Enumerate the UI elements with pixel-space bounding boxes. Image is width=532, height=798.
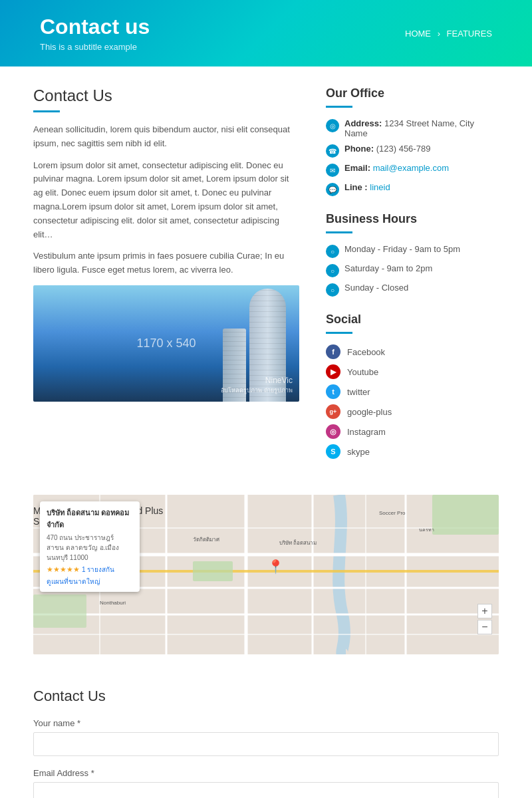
instagram-label: Instagram	[347, 427, 386, 437]
hours-sat: ○ Saturday - 9am to 2pm	[326, 263, 499, 277]
business-hours-section: Business Hours ○ Monday - Friday - 9am t…	[326, 212, 499, 297]
line-link[interactable]: lineid	[370, 182, 390, 192]
contact-form-section: Contact Us Your name * Email Address * S…	[0, 674, 532, 798]
twitter-label: twitter	[347, 387, 370, 397]
hours-sun: ○ Sunday - Closed	[326, 283, 499, 297]
social-youtube[interactable]: ▶ Youtube	[326, 364, 499, 379]
svg-text:Nonthaburi: Nonthaburi	[100, 600, 126, 606]
our-office-section: Our Office ◎ Address: 1234 Street Name, …	[326, 86, 499, 196]
email-field-group: Email Address *	[33, 768, 499, 798]
header-title: Contact us	[40, 15, 150, 39]
map-stars: ★★★★★	[47, 565, 80, 573]
email-input[interactable]	[33, 782, 499, 798]
address-item: ◎ Address: 1234 Street Name, City Name	[326, 118, 499, 138]
header-title-bold: us	[125, 15, 150, 39]
left-title-divider	[33, 110, 60, 112]
social-skype[interactable]: S skype	[326, 444, 499, 459]
twitter-icon: t	[326, 384, 340, 399]
map-reviews[interactable]: 1 รายงสกัน	[82, 566, 114, 573]
svg-text:นครทา: นครทา	[419, 527, 434, 532]
hours-sat-icon: ○	[326, 264, 339, 277]
phone-value: (123) 456-789	[376, 144, 431, 154]
svg-rect-13	[432, 495, 499, 535]
facebook-icon: f	[326, 344, 340, 359]
googleplus-label: google-plus	[347, 407, 392, 417]
left-section-title: Contact Us	[33, 86, 299, 105]
phone-label: Phone:	[344, 144, 374, 154]
email-label: Email:	[344, 163, 370, 173]
header: Contact us This is a subtitle example HO…	[0, 0, 532, 66]
social-facebook[interactable]: f Facebook	[326, 344, 499, 359]
map-zoom-in[interactable]: +	[477, 604, 492, 618]
email-item: ✉ Email: mail@example.com	[326, 163, 499, 177]
line-item: 💬 Line : lineid	[326, 182, 499, 196]
phone-icon: ☎	[326, 144, 339, 158]
form-title: Contact Us	[33, 688, 499, 705]
svg-text:วัดกิตติมาศ: วัดกิตติมาศ	[193, 537, 219, 543]
social-title: Social	[326, 313, 499, 327]
intro-text-1: Aenean sollicitudin, lorem quis bibendum…	[33, 123, 299, 151]
header-nav: HOME › FEATURES	[405, 29, 492, 39]
name-field-group: Your name *	[33, 718, 499, 756]
building-image: 1170 x 540 NineVicอัปโหลดรูปภาพ ถ่ายรูปภ…	[33, 285, 299, 402]
map-section: เมืองนนทบุรี วัดกิตติมาศ บริษัท ถ็อดสนาม…	[33, 495, 499, 654]
header-subtitle: This is a subtitle example	[40, 42, 150, 52]
intro-text-2: Lorem ipsum dolor sit amet, consectetur …	[33, 159, 299, 242]
map-container[interactable]: เมืองนนทบุรี วัดกิตติมาศ บริษัท ถ็อดสนาม…	[33, 495, 499, 654]
googleplus-icon: g+	[326, 404, 340, 419]
nav-home-link[interactable]: HOME	[405, 29, 431, 39]
hours-sun-icon: ○	[326, 283, 339, 297]
instagram-icon: ◎	[326, 424, 340, 439]
our-office-title: Our Office	[326, 86, 499, 100]
address-label: Address:	[344, 118, 382, 128]
hours-sun-text: Sunday - Closed	[344, 283, 408, 293]
map-view-more-link[interactable]: ดูแผนที่ขนาดใหญ่	[47, 577, 133, 587]
skype-icon: S	[326, 444, 340, 459]
nav-separator: ›	[438, 29, 440, 39]
map-pin: 📍	[267, 559, 284, 575]
map-biz-name: บริษัท ถ็อดสนาม ดอทคอม จำกัด	[47, 507, 133, 531]
nav-features-link[interactable]: FEATURES	[447, 29, 492, 39]
social-section: Social f Facebook ▶ Youtube t twitter g+…	[326, 313, 499, 459]
skype-label: skype	[347, 447, 370, 457]
svg-text:บริษัท ถ็อดสนาม: บริษัท ถ็อดสนาม	[279, 539, 317, 546]
map-biz-addr: 470 ถนน ประชาราษฎร์ สาขน ตลาดขวัญ อ.เมือ…	[47, 533, 133, 563]
svg-rect-12	[193, 561, 233, 581]
header-title-prefix: Contact	[40, 15, 125, 39]
youtube-icon: ▶	[326, 364, 340, 379]
email-label: Email Address *	[33, 768, 499, 778]
hours-mf-icon: ○	[326, 245, 339, 258]
social-instagram[interactable]: ◎ Instagram	[326, 424, 499, 439]
facebook-label: Facebook	[347, 347, 385, 357]
map-info-box: บริษัท ถ็อดสนาม ดอทคอม จำกัด 470 ถนน ประ…	[40, 501, 140, 592]
social-googleplus[interactable]: g+ google-plus	[326, 404, 499, 419]
name-label: Your name *	[33, 718, 499, 728]
main-content: Contact Us Aenean sollicitudin, lorem qu…	[0, 66, 532, 495]
intro-text-3: Vestibulum ante ipsum primis in faes pos…	[33, 249, 299, 277]
email-link[interactable]: mail@example.com	[373, 163, 449, 173]
address-icon: ◎	[326, 119, 339, 132]
youtube-label: Youtube	[347, 367, 378, 377]
image-dimensions-label: 1170 x 540	[136, 336, 196, 350]
svg-rect-14	[33, 595, 86, 628]
phone-item: ☎ Phone: (123) 456-789	[326, 144, 499, 158]
map-zoom-controls: + −	[477, 604, 492, 634]
business-hours-title: Business Hours	[326, 212, 499, 226]
email-icon: ✉	[326, 164, 339, 177]
hours-mf-text: Monday - Friday - 9am to 5pm	[344, 244, 460, 254]
map-background: เมืองนนทบุรี วัดกิตติมาศ บริษัท ถ็อดสนาม…	[33, 495, 499, 654]
name-input[interactable]	[33, 732, 499, 756]
map-zoom-out[interactable]: −	[477, 620, 492, 634]
social-twitter[interactable]: t twitter	[326, 384, 499, 399]
right-column: Our Office ◎ Address: 1234 Street Name, …	[326, 86, 499, 475]
left-column: Contact Us Aenean sollicitudin, lorem qu…	[33, 86, 299, 475]
svg-text:Soccer Pro: Soccer Pro	[379, 510, 406, 516]
hours-divider	[326, 231, 352, 233]
social-divider	[326, 332, 352, 334]
office-divider	[326, 106, 352, 108]
image-watermark: NineVicอัปโหลดรูปภาพ ถ่ายรูปภาพ	[221, 376, 293, 395]
hours-sat-text: Saturday - 9am to 2pm	[344, 263, 432, 273]
line-icon: 💬	[326, 183, 339, 196]
line-label: Line :	[344, 182, 368, 192]
hours-mf: ○ Monday - Friday - 9am to 5pm	[326, 244, 499, 258]
